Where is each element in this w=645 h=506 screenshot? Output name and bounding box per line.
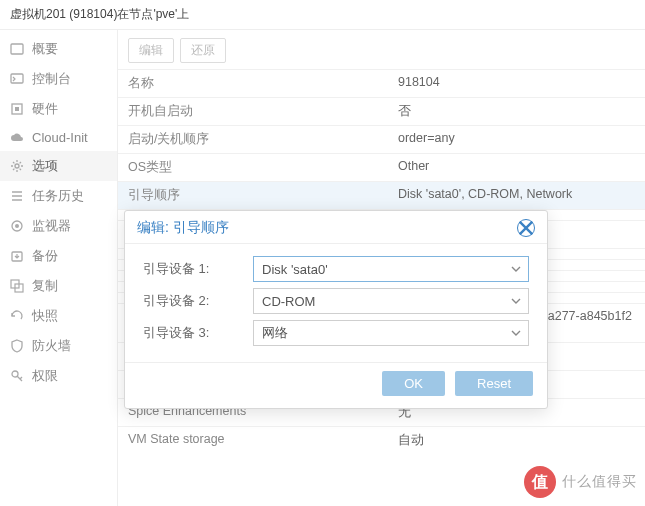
sidebar-item-label: 防火墙: [32, 337, 71, 355]
sidebar-item-firewall[interactable]: 防火墙: [0, 331, 117, 361]
cloud-icon: [10, 131, 24, 145]
table-row[interactable]: 名称918104: [118, 69, 645, 97]
table-row[interactable]: 引导顺序Disk 'sata0', CD-ROM, Network: [118, 181, 645, 209]
boot-device-select-2[interactable]: CD-ROM: [253, 288, 529, 314]
boot-device-field-2: 引导设备 2:CD-ROM: [143, 288, 529, 314]
sidebar-item-label: 概要: [32, 40, 58, 58]
sidebar-item-console[interactable]: 控制台: [0, 64, 117, 94]
row-value: order=any: [398, 131, 635, 148]
row-key: 引导顺序: [128, 187, 398, 204]
svg-point-6: [15, 224, 19, 228]
sidebar-item-label: 任务历史: [32, 187, 84, 205]
table-row[interactable]: 启动/关机顺序order=any: [118, 125, 645, 153]
tasks-icon: [10, 189, 24, 203]
sidebar-item-label: 控制台: [32, 70, 71, 88]
sidebar-item-snapshot[interactable]: 快照: [0, 301, 117, 331]
close-icon[interactable]: [517, 219, 535, 237]
sidebar-item-cloud[interactable]: Cloud-Init: [0, 124, 117, 151]
table-row[interactable]: VM State storage自动: [118, 426, 645, 454]
svg-rect-0: [11, 44, 23, 54]
sidebar-item-summary[interactable]: 概要: [0, 34, 117, 64]
snapshot-icon: [10, 309, 24, 323]
row-value: 918104: [398, 75, 635, 92]
row-key: VM State storage: [128, 432, 398, 449]
watermark: 值 什么值得买: [524, 466, 637, 498]
select-value: CD-ROM: [262, 294, 315, 309]
summary-icon: [10, 42, 24, 56]
row-key: OS类型: [128, 159, 398, 176]
gear-icon: [10, 159, 24, 173]
chevron-down-icon: [510, 263, 522, 278]
row-value: 否: [398, 103, 635, 120]
table-row[interactable]: OS类型Other: [118, 153, 645, 181]
svg-point-4: [15, 164, 19, 168]
boot-device-field-1: 引导设备 1:Disk 'sata0': [143, 256, 529, 282]
boot-device-select-1[interactable]: Disk 'sata0': [253, 256, 529, 282]
sidebar-item-monitor[interactable]: 监视器: [0, 211, 117, 241]
sidebar-item-label: Cloud-Init: [32, 130, 88, 145]
svg-rect-3: [15, 107, 19, 111]
sidebar-item-label: 复制: [32, 277, 58, 295]
sidebar-item-label: 监视器: [32, 217, 71, 235]
row-value: Disk 'sata0', CD-ROM, Network: [398, 187, 635, 204]
field-label: 引导设备 1:: [143, 260, 253, 278]
monitor-icon: [10, 219, 24, 233]
sidebar-item-tasks[interactable]: 任务历史: [0, 181, 117, 211]
replicate-icon: [10, 279, 24, 293]
row-value: 自动: [398, 432, 635, 449]
select-value: 网络: [262, 324, 288, 342]
row-key: 名称: [128, 75, 398, 92]
svg-rect-1: [11, 74, 23, 83]
ok-button[interactable]: OK: [382, 371, 445, 396]
sidebar-item-replicate[interactable]: 复制: [0, 271, 117, 301]
revert-button[interactable]: 还原: [180, 38, 226, 63]
reset-button[interactable]: Reset: [455, 371, 533, 396]
page-header: 虚拟机201 (918104)在节点'pve'上: [0, 0, 645, 30]
toolbar: 编辑 还原: [118, 38, 645, 69]
sidebar-item-gear[interactable]: 选项: [0, 151, 117, 181]
sidebar-item-label: 选项: [32, 157, 58, 175]
watermark-text: 什么值得买: [562, 473, 637, 491]
sidebar-item-label: 硬件: [32, 100, 58, 118]
boot-device-select-3[interactable]: 网络: [253, 320, 529, 346]
watermark-badge-icon: 值: [524, 466, 556, 498]
field-label: 引导设备 3:: [143, 324, 253, 342]
sidebar: 概要控制台硬件Cloud-Init选项任务历史监视器备份复制快照防火墙权限: [0, 30, 118, 506]
chevron-down-icon: [510, 327, 522, 342]
row-value: Other: [398, 159, 635, 176]
sidebar-item-label: 权限: [32, 367, 58, 385]
select-value: Disk 'sata0': [262, 262, 328, 277]
backup-icon: [10, 249, 24, 263]
dialog-title: 编辑: 引导顺序: [137, 219, 229, 237]
edit-boot-order-dialog: 编辑: 引导顺序 引导设备 1:Disk 'sata0'引导设备 2:CD-RO…: [124, 210, 548, 409]
sidebar-item-label: 快照: [32, 307, 58, 325]
page-title: 虚拟机201 (918104)在节点'pve'上: [10, 7, 189, 21]
boot-device-field-3: 引导设备 3:网络: [143, 320, 529, 346]
sidebar-item-backup[interactable]: 备份: [0, 241, 117, 271]
console-icon: [10, 72, 24, 86]
edit-button[interactable]: 编辑: [128, 38, 174, 63]
table-row[interactable]: 开机自启动否: [118, 97, 645, 125]
field-label: 引导设备 2:: [143, 292, 253, 310]
permission-icon: [10, 369, 24, 383]
row-key: 启动/关机顺序: [128, 131, 398, 148]
sidebar-item-permission[interactable]: 权限: [0, 361, 117, 391]
firewall-icon: [10, 339, 24, 353]
chevron-down-icon: [510, 295, 522, 310]
row-key: 开机自启动: [128, 103, 398, 120]
hardware-icon: [10, 102, 24, 116]
sidebar-item-hardware[interactable]: 硬件: [0, 94, 117, 124]
sidebar-item-label: 备份: [32, 247, 58, 265]
